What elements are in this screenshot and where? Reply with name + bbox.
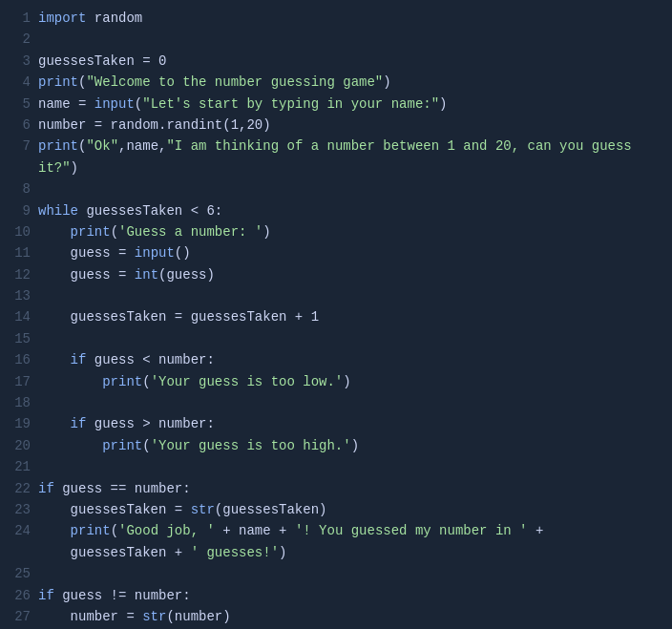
code-line-14: guessesTaken = guessesTaken + 1 [38, 306, 657, 327]
code-content: import random guessesTaken = 0 print("We… [38, 8, 672, 629]
code-line-25 [38, 563, 657, 584]
code-line-24-cont: guessesTaken + ' guesses!') [38, 542, 657, 563]
code-line-7-cont: it?") [38, 157, 657, 178]
code-line-2 [38, 29, 657, 50]
line-numbers: 1 2 3 4 5 6 7 8 9 10 11 12 13 14 15 16 1… [0, 8, 38, 629]
code-line-8 [38, 178, 657, 199]
code-line-10: print('Guess a number: ') [38, 221, 657, 242]
code-line-4: print("Welcome to the number guessing ga… [38, 72, 657, 93]
code-line-3: guessesTaken = 0 [38, 51, 657, 72]
code-line-12: guess = int(guess) [38, 264, 657, 285]
code-line-20: print('Your guess is too high.') [38, 435, 657, 456]
code-line-15 [38, 328, 657, 349]
code-line-1: import random [38, 8, 657, 29]
code-line-26: if guess != number: [38, 585, 657, 606]
code-line-9: while guessesTaken < 6: [38, 200, 657, 221]
code-line-6: number = random.randint(1,20) [38, 115, 657, 136]
code-line-13 [38, 285, 657, 306]
code-line-5: name = input("Let's start by typing in y… [38, 94, 657, 115]
code-line-27: number = str(number) [38, 606, 657, 627]
code-line-23: guessesTaken = str(guessesTaken) [38, 499, 657, 520]
code-line-16: if guess < number: [38, 349, 657, 370]
code-editor: 1 2 3 4 5 6 7 8 9 10 11 12 13 14 15 16 1… [0, 0, 672, 629]
code-line-19: if guess > number: [38, 413, 657, 434]
code-line-18 [38, 392, 657, 413]
code-line-22: if guess == number: [38, 478, 657, 499]
code-line-21 [38, 456, 657, 477]
code-line-17: print('Your guess is too low.') [38, 371, 657, 392]
code-line-11: guess = input() [38, 242, 657, 263]
code-line-24: print('Good job, ' + name + '! You guess… [38, 520, 657, 541]
code-line-7: print("Ok",name,"I am thinking of a numb… [38, 136, 657, 157]
